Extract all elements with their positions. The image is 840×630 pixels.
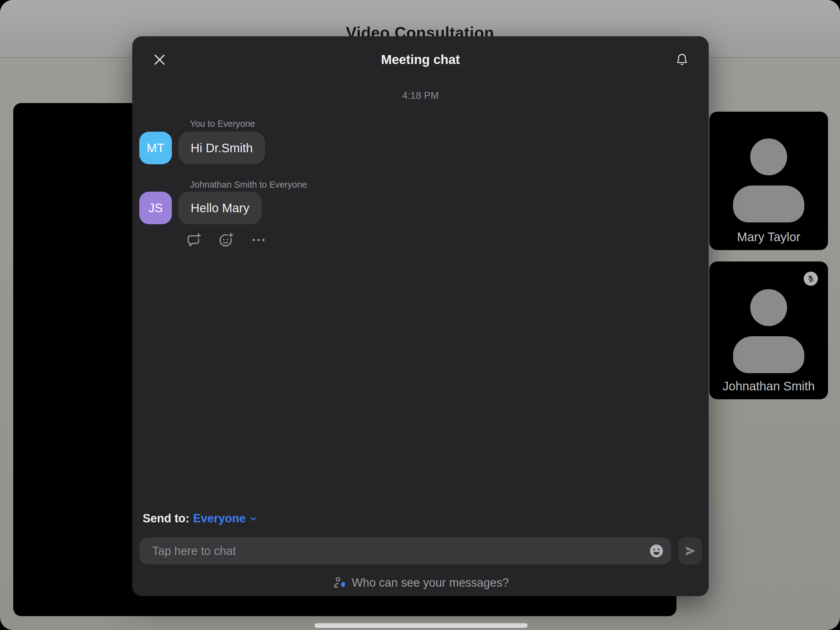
composer-row [139,537,702,565]
emoji-picker-button[interactable] [648,542,665,560]
chat-input[interactable] [139,537,671,565]
avatar-silhouette-body [733,185,804,222]
home-indicator[interactable] [314,623,527,628]
ellipsis-icon [249,231,267,249]
avatar-silhouette-body [733,336,804,373]
send-icon [684,545,697,557]
mic-muted-icon [807,274,815,283]
participant-name: Mary Taylor [709,230,828,244]
chat-timestamp: 4:18 PM [132,90,709,101]
reply-in-thread-button[interactable] [185,231,202,249]
avatar-initials: MT [147,141,164,155]
participant-tile-johnathan-smith[interactable]: Johnathan Smith [709,261,828,399]
send-button[interactable] [679,537,702,565]
avatar-initials: JS [148,201,163,215]
send-to-label: Send to: [143,512,189,525]
emoji-icon [648,542,665,560]
send-to-row: Send to: Everyone [143,512,258,525]
participant-name: Johnathan Smith [709,379,828,393]
send-to-value: Everyone [193,512,246,525]
message-sender-label: You to Everyone [190,119,255,129]
ipad-screen: Video Consultation Mary Taylor Johnathan… [0,0,840,630]
chat-input-pill [139,537,671,565]
person-shield-icon [332,576,346,590]
bell-icon [675,52,689,67]
chat-plus-icon [185,231,202,249]
who-can-see-text: Who can see your messages? [352,576,509,589]
avatar-silhouette-head [750,289,787,326]
send-to-selector[interactable]: Everyone [193,512,258,525]
smiley-plus-icon [217,231,235,249]
message-sender-label: Johnathan Smith to Everyone [190,180,307,190]
participant-tile-mary-taylor[interactable]: Mary Taylor [709,112,828,250]
avatar-silhouette-head [750,138,787,175]
add-reaction-button[interactable] [217,231,235,249]
mic-muted-badge [804,272,818,286]
close-icon [152,52,167,67]
message-bubble: Hello Mary [178,192,262,224]
who-can-see-link[interactable]: Who can see your messages? [132,575,709,590]
modal-header [152,49,689,71]
message-bubble: Hi Dr.Smith [178,131,265,164]
more-options-button[interactable] [249,231,267,249]
close-button[interactable] [152,52,167,67]
chevron-down-icon [249,514,258,523]
notifications-button[interactable] [675,52,689,67]
meeting-chat-modal: Meeting chat 4:18 PM You to Everyone MT … [132,36,709,596]
avatar-mt: MT [139,131,172,164]
message-actions-row [185,231,267,249]
avatar-js: JS [139,192,172,224]
